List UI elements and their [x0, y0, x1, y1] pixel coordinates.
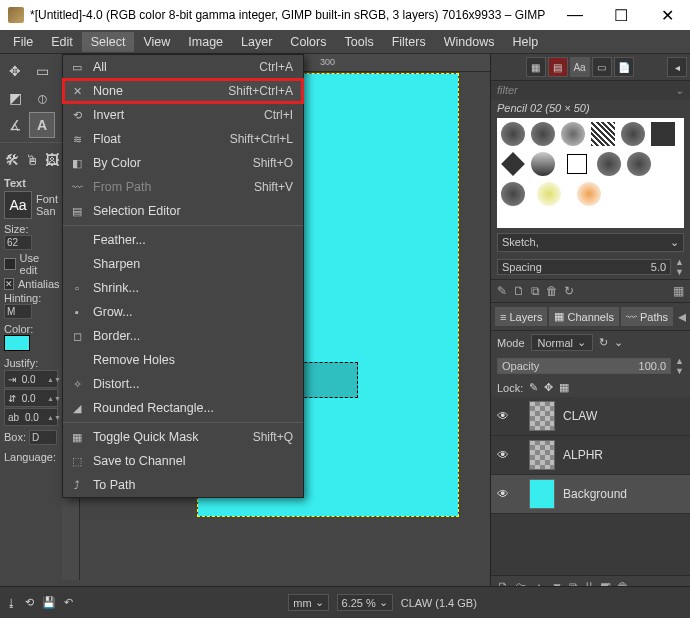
menu-item-border-[interactable]: ◻Border... [63, 324, 303, 348]
dock-tabs-top: ▦ ▤ Aa ▭ 📄 ◂ [491, 54, 690, 81]
layer-row[interactable]: 👁ALPHR [491, 436, 690, 475]
image-tab-icon[interactable]: 🖼 [44, 147, 60, 173]
left-panel: ✥ ▭ ◩ ⦶ ∡ A 🛠 🖱 🖼 Text Aa Font San Size: [0, 54, 62, 598]
eye-icon[interactable]: 👁 [497, 487, 513, 501]
menu-item-distort-[interactable]: ✧Distort... [63, 372, 303, 396]
menu-view[interactable]: View [134, 32, 179, 52]
close-button[interactable]: ✕ [644, 0, 690, 30]
indent-spinner[interactable]: ⇥ 0.0▲▼ [4, 370, 58, 388]
dup-brush-icon[interactable]: ⧉ [531, 284, 540, 298]
menu-item-sharpen[interactable]: Sharpen [63, 252, 303, 276]
menu-item-none[interactable]: ✕NoneShift+Ctrl+A [63, 79, 303, 103]
zoom-select[interactable]: 6.25 % ⌄ [337, 594, 393, 611]
spacing-slider[interactable]: Spacing5.0 [497, 259, 671, 275]
maximize-button[interactable]: ☐ [598, 0, 644, 30]
del-brush-icon[interactable]: 🗑 [546, 284, 558, 298]
menu-filters[interactable]: Filters [383, 32, 435, 52]
hinting-input[interactable] [4, 304, 32, 319]
open-brush-icon[interactable]: ▦ [673, 284, 684, 298]
lock-alpha-icon[interactable]: ▦ [559, 381, 569, 394]
menu-image[interactable]: Image [179, 32, 232, 52]
menu-chevron-icon[interactable]: ◂ [667, 57, 687, 77]
options-tab-icon[interactable]: 🛠 [4, 147, 20, 173]
text-color-swatch[interactable] [4, 335, 30, 351]
download-icon[interactable]: ⭳ [6, 597, 17, 609]
menu-item-invert[interactable]: ⟲InvertCtrl+I [63, 103, 303, 127]
dock-menu-icon[interactable]: ◂ [678, 307, 686, 326]
line-spacing-spinner[interactable]: ⇵ 0.0▲▼ [4, 389, 58, 407]
layer-row[interactable]: 👁CLAW [491, 397, 690, 436]
device-tab-icon[interactable]: 🖱 [24, 147, 40, 173]
lock-move-icon[interactable]: ✥ [544, 381, 553, 394]
menu-item-toggle-quick-mask[interactable]: ▦Toggle Quick MaskShift+Q [63, 425, 303, 449]
brush-preset-select[interactable]: Sketch,⌄ [497, 233, 684, 252]
brush-actions: ✎ 🗋 ⧉ 🗑 ↻ ▦ [491, 279, 690, 302]
menu-layer[interactable]: Layer [232, 32, 281, 52]
use-editor-label: Use edit [20, 252, 58, 276]
menu-tools[interactable]: Tools [335, 32, 382, 52]
menu-item-selection-editor[interactable]: ▤Selection Editor [63, 199, 303, 223]
doc-tab-icon[interactable]: 📄 [614, 57, 634, 77]
tab-paths[interactable]: 〰 Paths [621, 307, 673, 326]
menu-file[interactable]: File [4, 32, 42, 52]
font-name[interactable]: San [36, 205, 58, 217]
menu-help[interactable]: Help [503, 32, 547, 52]
menu-item-all[interactable]: ▭AllCtrl+A [63, 55, 303, 79]
new-brush-icon[interactable]: 🗋 [513, 284, 525, 298]
opacity-stepper-icon[interactable]: ▲▼ [675, 356, 684, 376]
size-input[interactable] [4, 235, 32, 250]
save-icon[interactable]: 💾 [42, 596, 56, 609]
brush-filter-input[interactable]: filter⌄ [491, 81, 690, 100]
fonts-tab-icon[interactable]: Aa [570, 57, 590, 77]
mode-select[interactable]: Normal ⌄ [531, 334, 593, 351]
move-tool[interactable]: ✥ [2, 58, 28, 84]
unit-select[interactable]: mm ⌄ [288, 594, 328, 611]
history-tab-icon[interactable]: ▭ [592, 57, 612, 77]
use-editor-checkbox[interactable] [4, 258, 16, 270]
letter-spacing-spinner[interactable]: ab 0.0▲▼ [4, 408, 58, 426]
menu-colors[interactable]: Colors [281, 32, 335, 52]
menu-edit[interactable]: Edit [42, 32, 82, 52]
text-tool[interactable]: A [29, 112, 55, 138]
menu-item-shrink-[interactable]: ▫Shrink... [63, 276, 303, 300]
opacity-slider[interactable]: Opacity100.0 [497, 358, 671, 374]
patterns-tab-icon[interactable]: ▤ [548, 57, 568, 77]
brushes-tab-icon[interactable]: ▦ [526, 57, 546, 77]
layer-row[interactable]: 👁Background [491, 475, 690, 514]
antialias-checkbox[interactable]: ✕ [4, 278, 14, 290]
menu-item-float[interactable]: ≋FloatShift+Ctrl+L [63, 127, 303, 151]
font-preview[interactable]: Aa [4, 191, 32, 219]
warp-tool[interactable]: ⦶ [29, 85, 55, 111]
lock-paint-icon[interactable]: ✎ [529, 381, 538, 394]
tab-channels[interactable]: ▦ Channels [549, 307, 618, 326]
box-input[interactable] [29, 430, 57, 445]
mode-switch-icon[interactable]: ↻ [599, 336, 608, 349]
eye-icon[interactable]: 👁 [497, 409, 513, 423]
chevron-down-icon[interactable]: ⌄ [614, 336, 623, 349]
menu-item-rounded-rectangle-[interactable]: ◢Rounded Rectangle... [63, 396, 303, 420]
brush-grid[interactable] [497, 118, 684, 228]
rect-select-tool[interactable]: ▭ [29, 58, 55, 84]
transform-tool[interactable]: ◩ [2, 85, 28, 111]
minimize-button[interactable]: — [552, 0, 598, 30]
tab-layers[interactable]: ≡ Layers [495, 307, 547, 326]
spacing-stepper-icon[interactable]: ▲▼ [675, 257, 684, 277]
reset-icon[interactable]: ⟲ [25, 596, 34, 609]
menu-item-feather-[interactable]: Feather... [63, 228, 303, 252]
menu-item-to-path[interactable]: ⤴To Path [63, 473, 303, 497]
layer-name: Background [563, 487, 627, 501]
menu-item-from-path: 〰From PathShift+V [63, 175, 303, 199]
menu-select[interactable]: Select [82, 32, 135, 52]
eye-icon[interactable]: 👁 [497, 448, 513, 462]
refresh-brush-icon[interactable]: ↻ [564, 284, 574, 298]
chevron-down-icon: ⌄ [379, 596, 388, 609]
measure-tool[interactable]: ∡ [2, 112, 28, 138]
antialias-label: Antialias [18, 278, 60, 290]
menu-item-remove-holes[interactable]: Remove Holes [63, 348, 303, 372]
menu-item-save-to-channel[interactable]: ⬚Save to Channel [63, 449, 303, 473]
menu-item-grow-[interactable]: ▪Grow... [63, 300, 303, 324]
edit-brush-icon[interactable]: ✎ [497, 284, 507, 298]
menu-windows[interactable]: Windows [435, 32, 504, 52]
restore-icon[interactable]: ↶ [64, 596, 73, 609]
menu-item-by-color[interactable]: ◧By ColorShift+O [63, 151, 303, 175]
